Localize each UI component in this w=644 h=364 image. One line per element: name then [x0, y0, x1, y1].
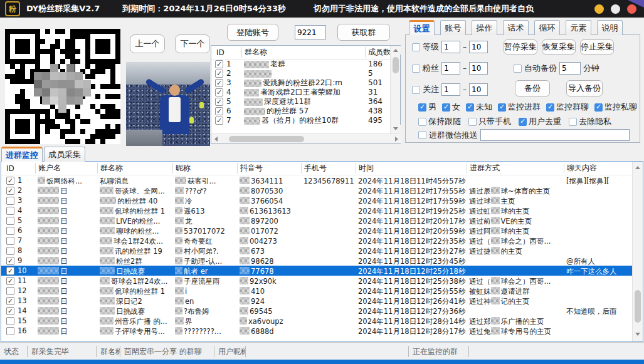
table-row[interactable]: 12日侃球的粉丝群 1i4102024年11月18日12时25分55秒被虹妹邀请… [1, 286, 633, 296]
group-list-row[interactable]: 3爱跳舞的粉丝群22口:m501 [211, 78, 400, 88]
table-row[interactable]: 7日球会1群24欢...奇奇要红0042732024年11月18日12时22分3… [1, 236, 633, 246]
scroll-left-icon[interactable] [211, 134, 220, 143]
next-button[interactable]: 下一个 [175, 34, 210, 53]
table-row[interactable]: 2日哥谈球、全网...???♂?80705302024年11月18日12时17分… [1, 185, 633, 195]
tab-3[interactable]: 话术 [503, 20, 529, 35]
auto-backup-checkbox[interactable] [514, 65, 522, 73]
row-checkbox[interactable] [6, 287, 14, 295]
checkbox[interactable] [519, 118, 527, 126]
fans-checkbox[interactable] [412, 65, 420, 73]
checkbox[interactable] [418, 118, 426, 126]
filter-option-5[interactable]: 监控私聊 [594, 101, 637, 113]
level-to-input[interactable] [469, 41, 488, 53]
minimize-button[interactable] [594, 4, 604, 14]
table-row[interactable]: 11日哥球会1群24欢...子座流星雨92x90k2024年11月18日12时2… [1, 276, 633, 286]
group-list-row[interactable]: 1老群186 [211, 60, 400, 69]
row-checkbox[interactable] [6, 297, 14, 305]
group-row-checkbox[interactable] [215, 117, 223, 125]
resume-collect-button[interactable]: 恢复采集 [542, 39, 576, 55]
group-list-row[interactable]: 7器（拾月）的粉丝10群495 [211, 116, 400, 125]
group-list-row[interactable]: 6的粉丝群 57438 [211, 107, 400, 116]
follow-from-input[interactable] [441, 83, 460, 96]
checkbox[interactable] [498, 103, 506, 112]
row-checkbox[interactable] [6, 177, 14, 185]
checkbox[interactable] [442, 103, 450, 112]
group-row-checkbox[interactable] [215, 60, 223, 68]
group-row-checkbox[interactable] [215, 98, 223, 106]
checkbox[interactable] [569, 118, 577, 126]
scrollbar-thumb[interactable] [393, 57, 399, 73]
option-checkbox-2[interactable]: 用户去重 [519, 116, 561, 127]
option-checkbox-1[interactable]: 只带手机 [468, 116, 511, 127]
pause-collect-button[interactable]: 暂停采集 [504, 39, 537, 55]
row-checkbox[interactable] [6, 257, 14, 265]
monitor-tab-1[interactable]: 成员采集 [44, 147, 85, 162]
tab-2[interactable]: 操作 [472, 20, 497, 35]
checkbox[interactable] [468, 118, 477, 126]
checkbox[interactable] [594, 103, 603, 112]
fans-from-input[interactable] [441, 62, 460, 75]
scroll-right-icon[interactable] [393, 134, 401, 143]
backup-button[interactable]: 备份 [515, 80, 550, 96]
scroll-up-icon[interactable] [391, 46, 401, 55]
filter-option-4[interactable]: 监控群聊 [546, 101, 589, 113]
checkbox[interactable] [546, 103, 554, 112]
filter-option-3[interactable]: 监控进群 [498, 101, 541, 113]
row-checkbox[interactable] [6, 267, 14, 275]
stop-collect-button[interactable]: 停止采集 [580, 39, 614, 55]
scrollbar-thumb[interactable] [229, 136, 304, 142]
group-row-checkbox[interactable] [215, 79, 223, 87]
table-row[interactable]: 13日深日记2en9242024年11月18日12时26分41秒通过神记的主页 [1, 296, 633, 306]
table-row[interactable]: 4日侃球的粉丝群 1遥6136136136132024年11月18日12时19分… [1, 205, 633, 216]
table-row[interactable]: 16日子评球专用号...????????...6888d2024年11月18日1… [1, 326, 633, 336]
option-checkbox-0[interactable]: 保持跟随 [418, 116, 461, 127]
table-row[interactable]: 6日聊球的粉丝...5370170720170722024年11月18日12时2… [1, 226, 633, 236]
prev-button[interactable]: 上一个 [130, 34, 165, 53]
table-row[interactable]: 9日粉丝2群子助理-认...986282024年11月18日12时23分45秒@… [1, 256, 633, 266]
monitor-tab-0[interactable]: 进群监控 [1, 147, 43, 162]
fans-to-input[interactable] [469, 62, 488, 75]
row-checkbox[interactable] [6, 317, 14, 325]
follow-to-input[interactable] [469, 83, 488, 96]
row-checkbox[interactable] [6, 277, 14, 285]
filter-option-1[interactable]: 女 [442, 101, 460, 113]
table-row[interactable]: 8日讯的粉丝群 19村小阿弟?.6732024年11月18日12时23分27秒通… [1, 246, 633, 256]
tab-1[interactable]: 账号 [440, 20, 466, 35]
table-vertical-scrollbar[interactable] [632, 162, 643, 341]
row-checkbox[interactable] [6, 237, 14, 245]
group-list-vertical-scrollbar[interactable] [390, 46, 400, 133]
scroll-down-icon[interactable] [391, 125, 401, 133]
filter-option-0[interactable]: 男 [418, 101, 436, 113]
row-checkbox[interactable] [6, 217, 14, 225]
backup-minutes-input[interactable] [559, 62, 581, 75]
table-row[interactable]: 10日日挑战赛航者 er776782024年11月18日12时25分18秒咋一下… [1, 266, 633, 276]
table-row[interactable]: 3日的粉丝群 40冷37660542024年11月18日12时17分59秒通过球… [1, 195, 633, 205]
row-checkbox[interactable] [6, 227, 14, 235]
scroll-up-icon[interactable] [633, 163, 643, 172]
group-row-checkbox[interactable] [215, 70, 223, 78]
wechat-push-input[interactable] [480, 129, 630, 141]
checkbox[interactable] [418, 103, 426, 112]
wechat-push-checkbox[interactable] [418, 131, 426, 139]
maximize-button[interactable] [611, 4, 620, 14]
account-number-input[interactable] [295, 25, 326, 39]
table-row[interactable]: 5日LIVE的粉丝...龙8972002024年11月18日12时20分17秒通… [1, 216, 633, 226]
group-row-checkbox[interactable] [215, 88, 223, 96]
table-row[interactable]: 14日日挑战赛?布鲁姆695452024年11月18日12时27分36秒不知道呗… [1, 306, 633, 316]
login-account-button[interactable]: 登陆账号 [227, 24, 278, 41]
group-list-row[interactable]: 4者游戏群2口王者荣耀加31 [211, 88, 400, 97]
level-from-input[interactable] [441, 41, 460, 53]
group-list-row[interactable]: 25 [211, 69, 400, 78]
group-list-horizontal-scrollbar[interactable] [211, 133, 401, 143]
table-row[interactable]: 15日州音乐广播 的...界xa6voupz2024年11月18日12时28分1… [1, 316, 633, 326]
fetch-groups-button[interactable]: 获取群 [337, 24, 390, 41]
row-checkbox[interactable] [6, 307, 14, 315]
option-checkbox-3[interactable]: 去除隐私 [569, 116, 611, 127]
tab-4[interactable]: 循环 [534, 20, 560, 35]
group-row-checkbox[interactable] [215, 107, 223, 115]
row-checkbox[interactable] [6, 207, 14, 215]
tab-0[interactable]: 设置 [409, 20, 435, 35]
import-backup-button[interactable]: 导入备份 [566, 80, 603, 96]
row-checkbox[interactable] [6, 197, 14, 205]
row-checkbox[interactable] [6, 327, 14, 335]
